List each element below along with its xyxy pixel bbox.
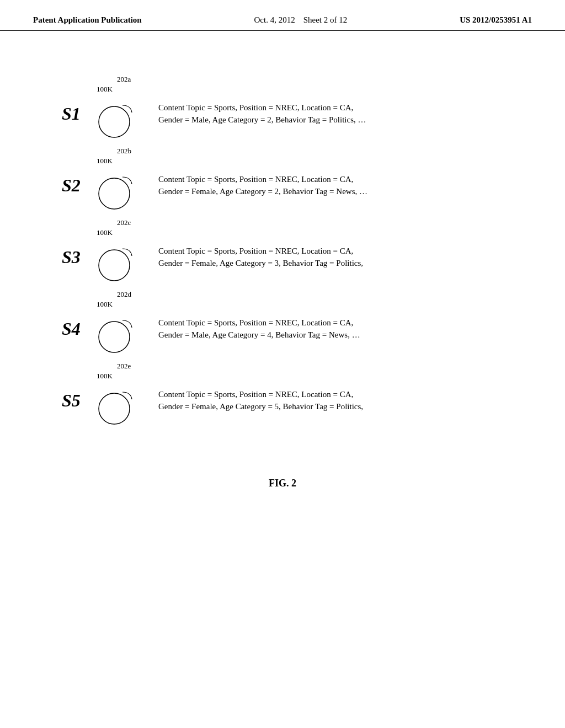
publication-label: Patent Application Publication xyxy=(33,15,142,25)
segment-line2: Gender = Female, Age Category = 3, Behav… xyxy=(158,257,363,270)
node-ref-label: 100K xyxy=(97,372,113,381)
node-ref-label: 100K xyxy=(97,300,113,309)
segment-line1: Content Topic = Sports, Position = NREC,… xyxy=(158,173,367,186)
page-header: Patent Application Publication Oct. 4, 2… xyxy=(0,0,565,31)
segment-row: S2 100K 202b Content Topic = Sports, Pos… xyxy=(62,158,503,213)
segment-id-label: S3 xyxy=(62,247,92,267)
segment-id-label: S2 xyxy=(62,175,92,196)
main-content: S1 100K 202a Content Topic = Sports, Pos… xyxy=(0,31,565,511)
node-id-label: 202a xyxy=(117,75,131,84)
svg-point-3 xyxy=(99,322,130,352)
segment-line2: Gender = Male, Age Category = 2, Behavio… xyxy=(158,114,366,126)
segment-line2: Gender = Female, Age Category = 5, Behav… xyxy=(158,400,363,413)
oval-node-container: 100K 202c xyxy=(92,229,147,285)
segment-line1: Content Topic = Sports, Position = NREC,… xyxy=(158,317,360,329)
segment-attributes: Content Topic = Sports, Position = NREC,… xyxy=(158,173,367,198)
node-ref-label: 100K xyxy=(97,157,113,165)
sheet: Sheet 2 of 12 xyxy=(303,15,348,24)
oval-node-container: 100K 202d xyxy=(92,301,147,356)
segment-id-label: S5 xyxy=(62,390,92,411)
node-ref-label: 100K xyxy=(97,85,113,94)
segment-row: S3 100K 202c Content Topic = Sports, Pos… xyxy=(62,229,503,285)
date-sheet: Oct. 4, 2012 Sheet 2 of 12 xyxy=(254,15,348,25)
segment-attributes: Content Topic = Sports, Position = NREC,… xyxy=(158,388,363,413)
segment-line2: Gender = Female, Age Category = 2, Behav… xyxy=(158,185,367,198)
oval-node-container: 100K 202e xyxy=(92,373,147,428)
node-id-label: 202e xyxy=(117,362,131,371)
oval-svg xyxy=(92,246,142,285)
segment-line1: Content Topic = Sports, Position = NREC,… xyxy=(158,101,366,114)
node-id-label: 202b xyxy=(117,147,131,156)
segment-row: S1 100K 202a Content Topic = Sports, Pos… xyxy=(62,86,503,141)
svg-point-1 xyxy=(99,178,130,209)
patent-number: US 2012/0253951 A1 xyxy=(460,15,532,25)
oval-svg xyxy=(92,174,142,213)
svg-point-0 xyxy=(99,106,130,137)
segment-attributes: Content Topic = Sports, Position = NREC,… xyxy=(158,101,366,126)
oval-node-container: 100K 202b xyxy=(92,158,147,213)
oval-svg xyxy=(92,103,142,141)
oval-svg xyxy=(92,318,142,356)
svg-point-4 xyxy=(99,393,130,424)
segment-line1: Content Topic = Sports, Position = NREC,… xyxy=(158,388,363,401)
segment-line2: Gender = Male, Age Category = 4, Behavio… xyxy=(158,329,360,341)
oval-svg xyxy=(92,389,142,428)
svg-point-2 xyxy=(99,250,130,281)
node-id-label: 202d xyxy=(117,290,131,299)
date: Oct. 4, 2012 xyxy=(254,15,295,24)
node-id-label: 202c xyxy=(117,218,131,227)
segment-id-label: S4 xyxy=(62,319,92,339)
segment-line1: Content Topic = Sports, Position = NREC,… xyxy=(158,245,363,258)
segment-row: S4 100K 202d Content Topic = Sports, Pos… xyxy=(62,301,503,356)
segment-attributes: Content Topic = Sports, Position = NREC,… xyxy=(158,245,363,270)
diagram: S1 100K 202a Content Topic = Sports, Pos… xyxy=(62,86,503,433)
oval-node-container: 100K 202a xyxy=(92,86,147,141)
node-ref-label: 100K xyxy=(97,228,113,237)
segment-attributes: Content Topic = Sports, Position = NREC,… xyxy=(158,317,360,341)
segment-id-label: S1 xyxy=(62,104,92,124)
segment-row: S5 100K 202e Content Topic = Sports, Pos… xyxy=(62,373,503,428)
figure-caption: FIG. 2 xyxy=(269,478,296,489)
